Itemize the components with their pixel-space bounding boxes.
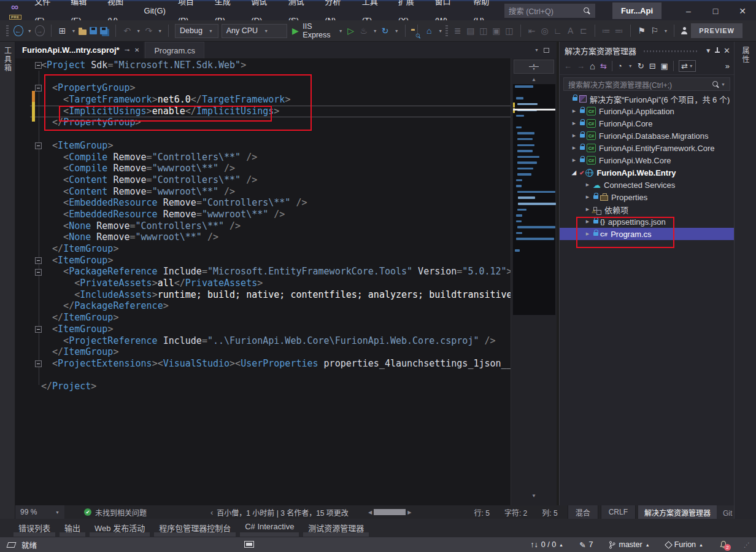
- tree-item-FurionApi.Database.Migrations[interactable]: ▶FurionApi.Database.Migrations: [560, 130, 734, 142]
- rename-icon[interactable]: A: [566, 25, 576, 37]
- save-all-icon[interactable]: [100, 27, 107, 34]
- new-project-icon[interactable]: ⊞: [58, 25, 68, 37]
- quick-search-box[interactable]: 搜索 (Ctrl+Q): [504, 4, 595, 18]
- float-window-icon[interactable]: [544, 48, 549, 53]
- minimize-button[interactable]: –: [675, 1, 702, 20]
- sync-with-active-document-icon[interactable]: ⇄▼: [679, 60, 696, 72]
- minimap[interactable]: [513, 84, 555, 315]
- collapse-all-icon[interactable]: ⊟: [649, 61, 656, 71]
- home-dropdown-icon[interactable]: ▼: [438, 29, 442, 33]
- code-line-23[interactable]: </ItemGroup>: [15, 312, 511, 324]
- refresh-icon[interactable]: ↻: [638, 61, 644, 71]
- scroll-up-icon[interactable]: ▲: [511, 77, 557, 82]
- expand-arrow-icon[interactable]: ▶: [570, 158, 578, 163]
- code-line-17[interactable]: </ItemGroup>: [15, 243, 511, 255]
- tree-item-FurionApi.Web.Entry[interactable]: ◢FurionApi.Web.Entry: [560, 166, 734, 179]
- split-editor-handle[interactable]: ▲▼: [514, 60, 554, 74]
- code-line-29[interactable]: </Project>: [15, 381, 511, 392]
- tree-item-FurionApi.EntityFramework.Core[interactable]: ▶FurionApi.EntityFramework.Core: [560, 142, 734, 154]
- fold-toggle-icon[interactable]: [35, 269, 42, 276]
- open-file-icon[interactable]: [79, 29, 87, 35]
- tree-item-Properties[interactable]: ▶Properties: [560, 191, 734, 203]
- expand-arrow-icon[interactable]: ▶: [584, 195, 592, 200]
- code-line-20[interactable]: <PrivateAssets>all</PrivateAssets>: [15, 278, 511, 289]
- menu-Git(G)[interactable]: Git(G): [138, 1, 172, 20]
- pin-tab-icon[interactable]: ⊸: [125, 47, 129, 53]
- attribute-icon[interactable]: ◎: [540, 25, 550, 37]
- navigate-forward-icon[interactable]: →: [35, 25, 45, 36]
- tree-item-依赖项[interactable]: ▶依赖项: [560, 203, 734, 216]
- close-tab-icon[interactable]: ✕: [134, 47, 139, 53]
- code-line-1[interactable]: <Project Sdk="Microsoft.NET.Sdk.Web">: [15, 60, 511, 71]
- navigate-back-icon[interactable]: ←: [14, 25, 23, 36]
- explorer-back-icon[interactable]: ←: [564, 61, 572, 71]
- toolbar-overflow-icon[interactable]: »: [725, 61, 730, 71]
- solution-configuration-select[interactable]: Debug▼: [175, 24, 218, 38]
- zoom-select[interactable]: 99 %▼: [15, 505, 64, 519]
- search-options-dropdown-icon[interactable]: ▼: [721, 82, 725, 87]
- bookmark-icon[interactable]: ⚑: [636, 25, 646, 37]
- explorer-forward-icon[interactable]: →: [577, 61, 585, 71]
- expand-arrow-icon[interactable]: ▶: [584, 207, 592, 212]
- expand-arrow-icon[interactable]: ▶: [584, 182, 592, 187]
- scroll-down-icon[interactable]: ▼: [511, 493, 557, 499]
- fold-toggle-icon[interactable]: [35, 360, 42, 367]
- expand-arrow-icon[interactable]: ▶: [570, 121, 578, 126]
- tab-csproj[interactable]: FurionApi.W...ntry.csproj* ⊸ ✕: [15, 42, 144, 58]
- line-ending-indicator[interactable]: CRLF: [601, 505, 636, 519]
- git-branch-status[interactable]: master ▲: [609, 540, 649, 549]
- pending-edits-status[interactable]: ✎ 7: [579, 540, 593, 550]
- collapse-arrow-icon[interactable]: ◢: [570, 169, 578, 176]
- class-diagram-icon[interactable]: ◫: [479, 25, 488, 37]
- tree-item-FurionApi.Core[interactable]: ▶FurionApi.Core: [560, 117, 734, 130]
- code-line-25[interactable]: <ProjectReference Include="..\FurionApi.…: [15, 335, 511, 347]
- horizontal-scrollbar[interactable]: ◀ ▶: [368, 505, 411, 519]
- toolbox-tab[interactable]: 工具箱: [2, 47, 13, 72]
- code-line-18[interactable]: <ItemGroup>: [15, 255, 511, 266]
- comment-icon[interactable]: ≔: [601, 25, 611, 37]
- explorer-home-icon[interactable]: ⌂: [590, 61, 595, 71]
- search-icon[interactable]: [583, 7, 591, 15]
- scroll-right-icon[interactable]: ▶: [407, 510, 411, 515]
- restart-dropdown-icon[interactable]: ▼: [395, 29, 399, 33]
- code-line-14[interactable]: <EmbeddedResource Remove="wwwroot\**" />: [15, 209, 511, 220]
- solution-search-input[interactable]: 搜索解决方案资源管理器(Ctrl+;) ▼: [563, 77, 730, 91]
- dependency-graph-icon[interactable]: ▣: [492, 25, 501, 37]
- tree-item-FurionApi.Web.Core[interactable]: ▶FurionApi.Web.Core: [560, 154, 734, 166]
- pending-changes-filter-icon[interactable]: ◔: [617, 61, 622, 71]
- tree-item-解决方案“FurionApi”(6 个项目，共 6 个)[interactable]: 解决方案“FurionApi”(6 个项目，共 6 个): [560, 93, 734, 105]
- window-position-dropdown-icon[interactable]: ▼: [705, 47, 711, 54]
- scroll-left-icon[interactable]: ◀: [368, 510, 372, 515]
- uncomment-icon[interactable]: ≕: [614, 25, 624, 37]
- scrollbar-thumb[interactable]: [374, 509, 406, 515]
- close-button[interactable]: ✕: [729, 1, 756, 20]
- encoding-indicator[interactable]: 混合: [568, 505, 598, 519]
- undo-dropdown-icon[interactable]: ▼: [136, 29, 141, 33]
- new-project-dropdown-icon[interactable]: ▼: [72, 29, 76, 33]
- code-line-24[interactable]: <ItemGroup>: [15, 324, 511, 335]
- fold-toggle-icon[interactable]: [35, 257, 42, 264]
- codelens-git-info[interactable]: ‹ 百小僧，1 小时前 | 3 名作者，15 项更改: [210, 505, 349, 519]
- git-repository-status[interactable]: Furion ▲: [666, 540, 703, 549]
- expand-arrow-icon[interactable]: ▶: [570, 109, 578, 114]
- decrease-indent-icon[interactable]: ⇤: [527, 25, 537, 37]
- show-all-files-icon[interactable]: ▣: [661, 61, 668, 71]
- close-panel-icon[interactable]: ✕: [723, 46, 730, 55]
- code-line-12[interactable]: <Content Remove="wwwroot\**" />: [15, 186, 511, 198]
- breakpoint-margin-icon[interactable]: ∟: [553, 25, 563, 37]
- tree-item-Connected Services[interactable]: ▶Connected Services: [560, 179, 734, 191]
- hot-reload-dropdown-icon[interactable]: ▼: [373, 29, 377, 33]
- document-outline-icon[interactable]: ▤: [466, 25, 476, 37]
- bookmark-dropdown-icon[interactable]: ▼: [663, 29, 668, 33]
- code-line-15[interactable]: <None Remove="Controllers\**" />: [15, 220, 511, 232]
- copy-code-icon[interactable]: ⊏: [579, 25, 588, 37]
- toolbar-grip[interactable]: [6, 25, 9, 36]
- task-center-icon[interactable]: [244, 541, 254, 548]
- task-list-icon[interactable]: ≣: [453, 25, 463, 37]
- restart-app-icon[interactable]: ↻: [380, 25, 390, 37]
- code-line-10[interactable]: <Compile Remove="wwwroot\**" />: [15, 163, 511, 174]
- tree-item-FurionApi.Application[interactable]: ▶FurionApi.Application: [560, 105, 734, 117]
- fold-toggle-icon[interactable]: [35, 85, 42, 91]
- fold-toggle-icon[interactable]: [35, 142, 42, 149]
- search-icon[interactable]: [712, 80, 720, 88]
